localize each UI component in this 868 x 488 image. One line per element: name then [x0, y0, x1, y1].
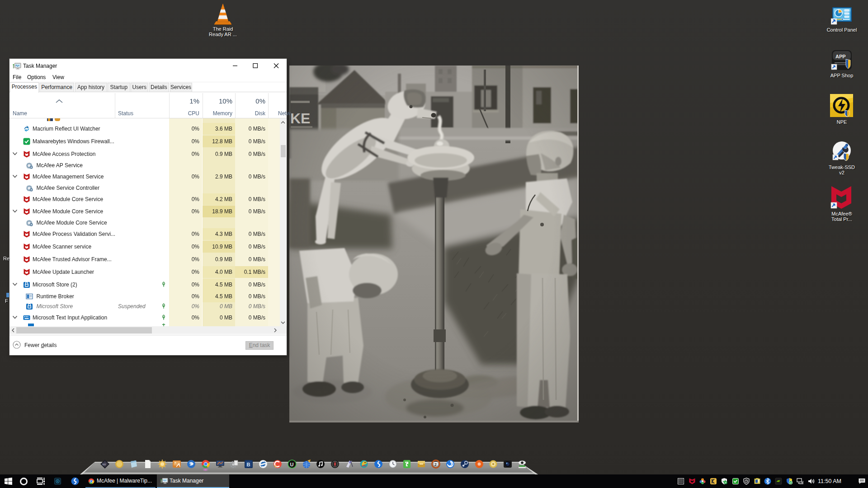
svg-text:2: 2 — [434, 462, 437, 467]
svg-text:NX: NX — [103, 463, 106, 466]
svg-text:B: B — [247, 462, 250, 467]
svg-text:U: U — [290, 462, 294, 467]
svg-text:APP: APP — [835, 54, 846, 59]
